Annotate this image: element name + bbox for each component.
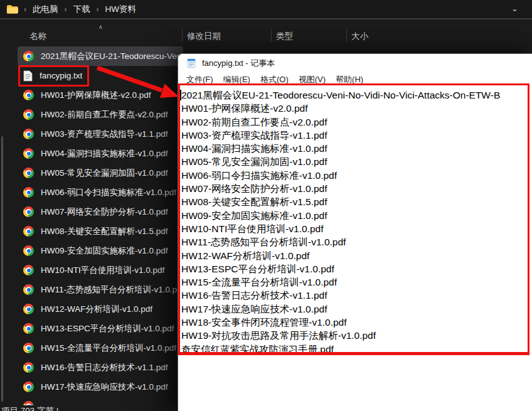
- text-file-icon: [23, 70, 33, 82]
- file-label: fancypig.txt: [40, 71, 82, 80]
- file-row[interactable]: fancypig.txt: [18, 66, 183, 85]
- menu-item-format[interactable]: 格式(O): [255, 73, 294, 86]
- chrome-icon: [23, 362, 34, 373]
- column-divider[interactable]: [182, 29, 183, 42]
- file-label: HW16-告警日志分析技术-v1.1.pdf: [41, 362, 168, 373]
- notepad-line: HW18-安全事件闭环流程管理-v1.0.pdf: [181, 316, 532, 329]
- menu-item-file[interactable]: 文件(F): [181, 73, 218, 86]
- sort-ascending-icon: ∧: [98, 24, 103, 30]
- notepad-line: HW10-NTI平台使用培训-v1.0.pdf: [181, 222, 532, 235]
- file-row[interactable]: HW05-常见安全漏洞加固-v1.0.pdf: [18, 163, 183, 183]
- notepad-line: HW15-全流量平台分析培训-v1.0.pdf: [181, 275, 532, 289]
- notepad-title: fancypig.txt - 记事本: [202, 58, 275, 69]
- chrome-icon: [23, 109, 34, 120]
- address-dropdown-icon[interactable]: ⌄: [511, 4, 518, 13]
- file-row[interactable]: HW08-关键安全配置解析-v1.5.pdf: [18, 222, 183, 241]
- file-row[interactable]: HW02-前期自查工作要点-v2.0.pdf: [18, 105, 183, 124]
- file-row[interactable]: HW11-态势感知平台分析培训-v1.0.pdf: [18, 280, 183, 299]
- file-row[interactable]: HW01-护网保障概述-v2.0.pdf: [18, 85, 183, 105]
- file-label: HW02-前期自查工作要点-v2.0.pdf: [41, 109, 168, 120]
- column-header-date[interactable]: 修改日期: [187, 31, 221, 42]
- scrollbar-thumb[interactable]: [1, 136, 3, 402]
- status-bar-text: 项目 703 字节 |: [1, 405, 58, 411]
- notepad-line: HW06-弱口令扫描实施标准-v1.0.pdf: [181, 169, 532, 182]
- notepad-line: HW07-网络安全防护分析-v1.0.pdf: [181, 182, 532, 195]
- file-list: 2021黑帽会议EU-21-Teodorescu-Veni…fancypig.t…: [13, 46, 183, 411]
- column-divider[interactable]: [346, 29, 347, 42]
- file-label: HW08-关键安全配置解析-v1.5.pdf: [41, 226, 168, 237]
- chrome-icon: [23, 323, 34, 334]
- notepad-menubar: 文件(F)编辑(E)格式(O)视图(V)帮助(H): [178, 73, 532, 86]
- notepad-icon: [186, 58, 196, 68]
- file-label: HW10-NTI平台使用培训-v1.0.pdf: [41, 265, 164, 276]
- file-label: HW07-网络安全防护分析-v1.0.pdf: [41, 206, 168, 218]
- folder-icon: [6, 4, 18, 14]
- notepad-line: HW04-漏洞扫描实施标准-v1.0.pdf: [181, 142, 532, 155]
- breadcrumb-separator: ›: [61, 5, 70, 14]
- column-divider[interactable]: [271, 29, 272, 42]
- chrome-icon: [23, 226, 34, 237]
- chrome-icon: [23, 284, 34, 295]
- notepad-line: HW17-快速应急响应技术-v1.0.pdf: [181, 302, 532, 316]
- file-label: HW15-全流量平台分析培训-v1.0.pdf: [41, 343, 176, 354]
- breadcrumb-item-hw-folder[interactable]: HW资料: [102, 3, 140, 16]
- notepad-line: HW02-前期自查工作要点-v2.0.pdf: [181, 115, 532, 129]
- breadcrumb-separator: ›: [21, 5, 29, 14]
- text-caret: [180, 90, 181, 100]
- breadcrumb-separator: ›: [93, 5, 102, 14]
- file-row[interactable]: HW06-弱口令扫描实施标准-v1.0.pdf: [18, 183, 183, 202]
- chrome-icon: [23, 343, 34, 353]
- chrome-icon: [23, 245, 34, 256]
- file-label: HW12-WAF分析培训-v1.0.pdf: [41, 304, 152, 315]
- notepad-text-area[interactable]: 2021黑帽会议EU-21-Teodorescu-Veni-No-Vidi-No…: [178, 86, 532, 411]
- notepad-titlebar[interactable]: fancypig.txt - 记事本: [178, 54, 532, 73]
- file-row[interactable]: HW09-安全加固实施标准-v1.0.pdf: [18, 241, 183, 260]
- menu-item-edit[interactable]: 编辑(E): [218, 73, 255, 86]
- menu-item-help[interactable]: 帮助(H): [331, 73, 368, 86]
- file-label: HW11-态势感知平台分析培训-v1.0.pdf: [41, 284, 184, 296]
- file-row[interactable]: HW12-WAF分析培训-v1.0.pdf: [18, 299, 183, 319]
- status-bar: 项目 703 字节 |: [0, 405, 178, 411]
- notepad-line: HW19-对抗攻击思路及常用手法解析-v1.0.pdf: [181, 329, 532, 342]
- chrome-icon: [23, 129, 34, 139]
- file-label: HW13-ESPC平台分析培训-v1.0.pdf: [41, 323, 174, 334]
- notepad-line: HW11-态势感知平台分析培训-v1.0.pdf: [181, 235, 532, 248]
- file-row[interactable]: HW10-NTI平台使用培训-v1.0.pdf: [18, 260, 183, 280]
- file-label: HW06-弱口令扫描实施标准-v1.0.pdf: [41, 187, 176, 198]
- breadcrumb-item-this-pc[interactable]: 此电脑: [29, 3, 61, 16]
- notepad-line: HW13-ESPC平台分析培训-v1.0.pdf: [181, 262, 532, 275]
- menu-item-view[interactable]: 视图(V): [294, 73, 331, 86]
- notepad-line: 2021黑帽会议EU-21-Teodorescu-Veni-No-Vidi-No…: [181, 88, 532, 102]
- file-row[interactable]: HW15-全流量平台分析培训-v1.0.pdf: [18, 338, 183, 358]
- chrome-icon: [23, 148, 34, 159]
- chrome-icon: [23, 265, 34, 275]
- notepad-line: HW03-资产梳理实战指导-v1.1.pdf: [181, 129, 532, 142]
- column-header-type[interactable]: 类型: [276, 31, 293, 42]
- file-row[interactable]: HW03-资产梳理实战指导-v1.1.pdf: [18, 124, 183, 144]
- file-row[interactable]: HW13-ESPC平台分析培训-v1.0.pdf: [18, 319, 183, 338]
- file-label: HW01-护网保障概述-v2.0.pdf: [41, 90, 151, 101]
- breadcrumb: › 此电脑 › 下载 › HW资料 ⌄: [0, 0, 532, 19]
- notepad-line: HW12-WAF分析培训-v1.0.pdf: [181, 249, 532, 262]
- file-row[interactable]: HW07-网络安全防护分析-v1.0.pdf: [18, 202, 183, 222]
- file-label: HW17-快速应急响应技术-v1.0.pdf: [41, 382, 168, 393]
- file-row[interactable]: HW04-漏洞扫描实施标准-v1.0.pdf: [18, 144, 183, 163]
- chrome-icon: [23, 187, 34, 198]
- file-row[interactable]: HW17-快速应急响应技术-v1.0.pdf: [18, 377, 183, 397]
- file-label: HW04-漏洞扫描实施标准-v1.0.pdf: [41, 148, 168, 159]
- column-header-size[interactable]: 大小: [351, 31, 368, 42]
- chrome-icon: [23, 304, 34, 314]
- chrome-icon: [23, 51, 34, 61]
- column-headers: ∧ 名称 修改日期 类型 大小: [0, 25, 532, 45]
- notepad-line: HW05-常见安全漏洞加固-v1.0.pdf: [181, 155, 532, 168]
- file-row[interactable]: 2021黑帽会议EU-21-Teodorescu-Veni…: [18, 46, 183, 66]
- column-header-name[interactable]: 名称: [29, 31, 46, 42]
- file-label: HW05-常见安全漏洞加固-v1.0.pdf: [41, 168, 168, 179]
- chrome-icon: [23, 382, 34, 392]
- breadcrumb-item-downloads[interactable]: 下载: [70, 3, 93, 16]
- file-label: HW03-资产梳理实战指导-v1.1.pdf: [41, 129, 168, 140]
- chrome-icon: [23, 206, 34, 217]
- notepad-line: HW01-护网保障概述-v2.0.pdf: [181, 102, 532, 115]
- notepad-line: HW08-关键安全配置解析-v1.5.pdf: [181, 195, 532, 208]
- file-row[interactable]: HW16-告警日志分析技术-v1.1.pdf: [18, 358, 183, 377]
